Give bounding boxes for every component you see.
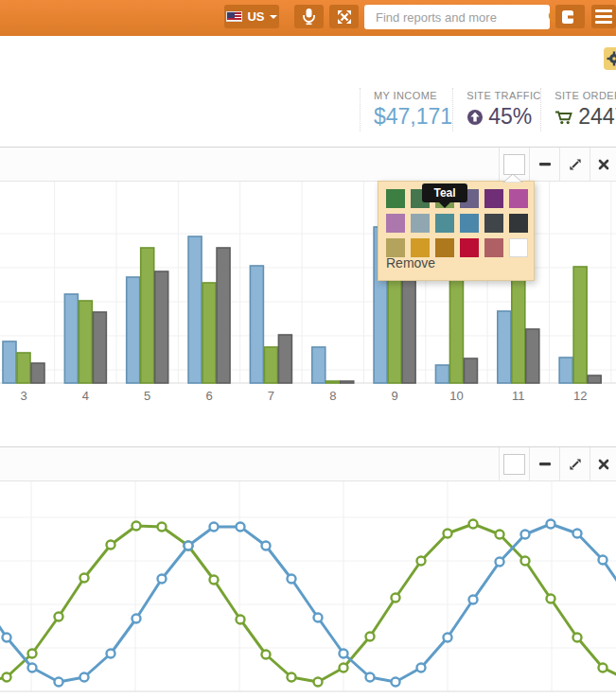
data-point-marker[interactable] [314,614,323,622]
data-point-marker[interactable] [262,542,271,550]
bar-gray[interactable] [464,358,477,383]
fullscreen-control[interactable] [559,148,590,181]
color-swatch[interactable] [509,189,528,208]
data-point-marker[interactable] [340,664,348,672]
data-point-marker[interactable] [158,523,167,532]
color-swatch[interactable] [386,214,405,233]
data-point-marker[interactable] [80,673,89,682]
data-point-marker[interactable] [210,523,219,532]
bar-green[interactable] [141,248,154,383]
data-point-marker[interactable] [3,673,11,682]
color-swatch[interactable] [386,189,405,208]
data-point-marker[interactable] [237,616,245,624]
data-point-marker[interactable] [3,634,11,642]
data-point-marker[interactable] [417,557,426,566]
close-control[interactable] [590,148,616,181]
bar-blue[interactable] [435,365,449,383]
data-point-marker[interactable] [132,615,141,623]
data-point-marker[interactable] [107,650,115,658]
collapse-control[interactable] [529,148,559,181]
data-point-marker[interactable] [28,650,37,658]
color-swatch[interactable] [460,214,479,233]
data-point-marker[interactable] [132,522,141,531]
chart-color-control[interactable] [499,447,529,480]
remove-color-button[interactable]: Remove [386,255,435,270]
voice-search-button[interactable] [294,5,324,28]
color-picker-button[interactable] [503,454,525,475]
menu-toggle-button[interactable] [591,5,616,28]
color-swatch[interactable] [484,214,503,233]
bar-gray[interactable] [278,335,291,383]
color-swatch[interactable] [411,238,430,257]
color-swatch[interactable] [386,238,405,257]
bar-green[interactable] [17,353,30,383]
data-point-marker[interactable] [392,594,400,602]
color-swatch[interactable] [411,214,430,233]
data-point-marker[interactable] [237,523,245,532]
data-point-marker[interactable] [392,678,400,687]
data-point-marker[interactable] [599,556,607,565]
bar-blue[interactable] [188,236,202,383]
data-point-marker[interactable] [469,596,478,604]
color-swatch[interactable] [509,238,528,257]
data-point-marker[interactable] [366,673,375,682]
color-swatch[interactable] [460,238,479,257]
bar-green[interactable] [264,347,277,383]
color-swatch[interactable] [435,238,454,257]
collapse-control[interactable] [529,447,559,480]
bar-blue[interactable] [559,358,572,383]
data-point-marker[interactable] [185,542,193,550]
bar-gray[interactable] [93,312,106,383]
data-point-marker[interactable] [340,650,348,658]
bar-blue[interactable] [250,266,263,383]
bar-blue[interactable] [3,341,16,383]
bar-gray[interactable] [155,271,168,383]
bar-gray[interactable] [526,329,539,383]
color-swatch[interactable] [484,189,503,208]
bar-blue[interactable] [312,347,326,383]
bar-green[interactable] [573,267,587,383]
data-point-marker[interactable] [521,531,530,539]
quick-sidebar-toggle[interactable] [604,47,616,70]
bar-gray[interactable] [588,375,601,383]
sign-out-button[interactable] [555,5,585,28]
color-swatch[interactable] [435,214,454,233]
data-point-marker[interactable] [444,530,452,538]
data-point-marker[interactable] [80,574,89,583]
fullscreen-control[interactable] [559,447,590,480]
bar-blue[interactable] [127,277,140,383]
bar-green[interactable] [202,283,216,383]
data-point-marker[interactable] [496,558,504,567]
language-selector[interactable]: US [224,5,279,28]
data-point-marker[interactable] [314,678,323,687]
bar-gray[interactable] [31,363,44,383]
data-point-marker[interactable] [521,557,530,566]
data-point-marker[interactable] [288,575,296,584]
data-point-marker[interactable] [469,520,478,529]
bar-gray[interactable] [217,248,230,383]
bar-green[interactable] [79,301,92,383]
data-point-marker[interactable] [28,664,37,672]
data-point-marker[interactable] [496,531,504,539]
data-point-marker[interactable] [262,651,271,659]
data-point-marker[interactable] [55,678,63,687]
bar-blue[interactable] [498,311,511,383]
data-point-marker[interactable] [366,633,375,641]
data-point-marker[interactable] [547,595,555,603]
bar-gray[interactable] [341,381,354,383]
data-point-marker[interactable] [573,634,582,642]
color-picker-button[interactable] [503,154,525,175]
fullscreen-button[interactable] [329,5,359,28]
color-swatch[interactable] [484,238,503,257]
data-point-marker[interactable] [55,613,63,621]
data-point-marker[interactable] [444,634,452,642]
data-point-marker[interactable] [573,530,582,538]
bar-green[interactable] [326,381,340,383]
close-control[interactable] [590,447,616,480]
data-point-marker[interactable] [158,575,167,584]
data-point-marker[interactable] [288,673,296,682]
search-input[interactable] [364,10,548,25]
data-point-marker[interactable] [599,664,607,672]
color-swatch[interactable] [509,214,528,233]
data-point-marker[interactable] [107,541,115,550]
